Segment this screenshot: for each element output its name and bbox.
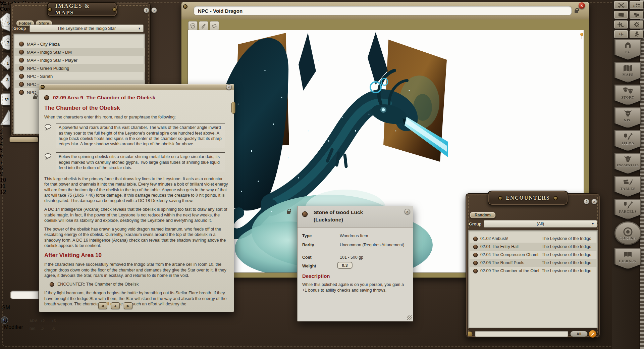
lock-icon[interactable]: [575, 10, 578, 13]
modules-button[interactable]: [614, 10, 628, 19]
item-window-luckstone: Stone of Good Luck (Luckstone) × Type Wo…: [297, 206, 413, 321]
tokens-bag-button[interactable]: [629, 10, 644, 19]
quill-icon[interactable]: [468, 332, 472, 336]
lock-icon[interactable]: [287, 211, 290, 214]
list-item[interactable]: MAP - Indigo Star - DM: [14, 48, 145, 56]
cost-label: Cost: [302, 255, 312, 260]
list-item[interactable]: MAP - Indigo Star - Player: [14, 56, 145, 64]
books-feather-icon: [623, 178, 633, 187]
link-rivet-icon[interactable]: [302, 211, 308, 217]
lighting-button[interactable]: [614, 20, 628, 29]
image-title-text: NPC - Void Dragon: [198, 8, 243, 14]
encounter-row[interactable]: 02.09 The Chamber of the Obeli The Leyst…: [469, 267, 597, 275]
sidebar-item-parcels[interactable]: PARCELS: [614, 199, 641, 219]
help-button[interactable]: ?: [144, 7, 149, 13]
map-icon: [623, 64, 633, 72]
dice-tower-button[interactable]: [614, 1, 628, 9]
random-button[interactable]: Random: [470, 212, 496, 218]
nav-previous-button[interactable]: ◀: [98, 302, 107, 309]
link-rivet-icon: [473, 237, 478, 241]
disadvantage-button[interactable]: DIS: [30, 327, 39, 333]
group-label: Group: [13, 26, 26, 31]
encounter-row[interactable]: 01.02 Ambush! The Leystone of the Indigo: [469, 235, 597, 243]
rarity-value: Uncommon (Requires Attunement): [340, 243, 404, 247]
weight-field[interactable]: 0.3: [337, 262, 353, 269]
crossed-swords-icon: [618, 2, 625, 8]
story-paragraph: If they fight Ixaranum, the dragon begin…: [44, 290, 228, 307]
armor-sword-icon: [623, 132, 633, 141]
plus-minus-icon: +/-: [619, 32, 623, 37]
sidebar-item-npc[interactable]: NPC: [614, 107, 641, 128]
options-button[interactable]: [629, 20, 644, 29]
list-item[interactable]: NPC - Sareth: [14, 72, 145, 80]
link-rivet-icon: [19, 66, 24, 70]
description-text: While this polished agate is on your per…: [302, 282, 408, 293]
link-rivet-icon[interactable]: [50, 282, 54, 287]
gear-icon: [634, 21, 640, 28]
sidebar-item-tokens[interactable]: TOKENS: [614, 221, 641, 245]
modifiers-button[interactable]: +/-: [614, 30, 628, 39]
encounters-banner[interactable]: ENCOUNTERS: [488, 191, 568, 205]
plus2-button[interactable]: +2: [41, 319, 50, 325]
edit-mode-button[interactable]: [589, 330, 596, 338]
story-window-dragbar[interactable]: [39, 84, 234, 90]
sidebar-item-story[interactable]: STORY: [614, 85, 641, 105]
d6-face: 5: [4, 98, 10, 101]
image-title-input[interactable]: NPC - Void Dragon: [194, 6, 572, 15]
list-item[interactable]: NPC - Green Pudding: [14, 64, 145, 72]
story-content: 02.09 Area 9: The Chamber of the Obelisk…: [44, 92, 228, 308]
images-maps-banner[interactable]: IMAGES & MAPS: [47, 2, 117, 17]
sidebar-item-encounters[interactable]: ENCOUNTERS: [614, 153, 641, 174]
window-close-button[interactable]: ×: [591, 199, 597, 204]
plus5-button[interactable]: +5: [52, 319, 61, 325]
images-group-dropdown[interactable]: The Leystone of the Indigo Star ▼: [30, 24, 144, 32]
pin-icon[interactable]: [580, 33, 585, 40]
pc-helmet-icon: [623, 41, 633, 50]
sidebar-item-library[interactable]: LIBRARY: [614, 248, 641, 269]
story-heading: After Visiting Area 10: [44, 252, 228, 259]
close-icon[interactable]: ×: [579, 2, 585, 9]
fantasy-grounds-desktop: NPC - Void Dragon: [0, 0, 644, 349]
effects-button[interactable]: [629, 30, 644, 39]
link-rivet-icon: [473, 269, 478, 273]
story-entry-title[interactable]: 02.09 Area 9: The Chamber of the Obelisk: [53, 94, 155, 101]
resize-grip[interactable]: [407, 315, 412, 320]
filter-all-button[interactable]: All: [570, 331, 588, 337]
encounter-row[interactable]: 02.06 The Runoff Pools The Leystone of t…: [469, 259, 597, 267]
modifier-box[interactable]: 0 Modifier: [4, 318, 27, 338]
type-label: Type: [302, 234, 312, 238]
erase-tool-button[interactable]: [210, 21, 219, 31]
sidebar-item-tables[interactable]: TABLES: [614, 176, 641, 197]
sidebar-item-pc[interactable]: PC: [614, 39, 641, 60]
encounter-row[interactable]: 02.04 The Compression Chambe The Leyston…: [469, 251, 597, 259]
minus5-button[interactable]: -5: [52, 327, 61, 333]
type-value: Wondrous Item: [340, 234, 368, 238]
window-close-button[interactable]: ×: [151, 7, 157, 13]
sidebar-item-maps[interactable]: MAPS: [614, 62, 641, 83]
chat-input[interactable]: [10, 291, 39, 299]
minus2-button[interactable]: -2: [41, 327, 50, 333]
chat-scroll-slider[interactable]: [9, 137, 38, 142]
encounter-row[interactable]: 02.01 The Entry Hall The Leystone of the…: [469, 243, 597, 251]
sidebar-item-items[interactable]: ITEMS: [614, 130, 641, 151]
party-sheet-button[interactable]: i: [629, 1, 644, 9]
link-rivet-icon[interactable]: [44, 95, 49, 100]
encounter-search-input[interactable]: [475, 331, 568, 337]
nav-next-button[interactable]: ▶: [124, 302, 132, 309]
list-item[interactable]: MAP - City Plaza: [14, 40, 145, 48]
help-button[interactable]: ?: [584, 199, 589, 204]
d8-face: 3: [6, 77, 8, 82]
mask-tool-button[interactable]: [188, 21, 198, 31]
skull-icon: [623, 109, 633, 118]
draw-tool-button[interactable]: [199, 21, 208, 31]
encounter-link[interactable]: ENCOUNTER: The Chamber of the Obelisk: [57, 282, 139, 287]
nav-up-button[interactable]: ▲: [111, 302, 120, 309]
story-close-button[interactable]: ×: [226, 84, 232, 90]
encounters-group-dropdown[interactable]: (All) ▼: [484, 220, 597, 228]
item-close-button[interactable]: ×: [405, 209, 410, 214]
lock-icon[interactable]: [33, 96, 37, 99]
readaloud-text: A powerful wind roars around this vast c…: [56, 123, 225, 148]
advantage-button[interactable]: ADV: [30, 319, 39, 325]
gm-identity-tab[interactable]: GM: [1, 305, 26, 312]
scroll-ornament[interactable]: [231, 102, 235, 114]
